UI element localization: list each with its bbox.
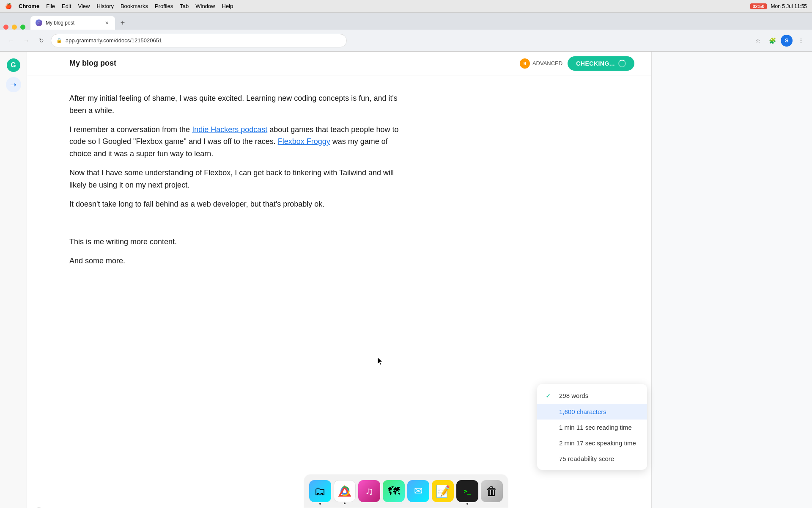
- dock-music-icon[interactable]: ♫: [358, 480, 380, 502]
- menu-history[interactable]: History: [96, 3, 113, 9]
- dock: 🗂 ♫ 🗺 ✉ 📝 >_ 🗑: [304, 474, 508, 508]
- bookmark-button[interactable]: ☆: [752, 35, 764, 47]
- tab-bar: G My blog post ✕ +: [0, 13, 812, 30]
- dock-chrome-icon[interactable]: [334, 480, 356, 502]
- paragraph-6: This is me writing more content.: [69, 236, 408, 248]
- right-panel: [651, 52, 812, 508]
- forward-button[interactable]: →: [20, 35, 32, 47]
- menu-view[interactable]: View: [78, 3, 90, 9]
- score-circle: 9: [520, 58, 530, 69]
- menu-bookmarks[interactable]: Bookmarks: [121, 3, 148, 9]
- menu-clock: Mon 5 Jul 11:55: [771, 3, 807, 9]
- tab-title: My blog post: [46, 20, 100, 26]
- menu-window[interactable]: Window: [195, 3, 215, 9]
- more-button[interactable]: ⋮: [795, 35, 807, 47]
- sidebar: G ➝: [0, 52, 27, 508]
- menu-bar-right: 02:50 Mon 5 Jul 11:55: [750, 3, 807, 9]
- stats-text-readability: 75 readability score: [559, 455, 639, 462]
- window-controls: [3, 25, 25, 30]
- battery-time: 02:50: [752, 4, 764, 9]
- indie-hackers-link[interactable]: Indie Hackers podcast: [192, 125, 267, 134]
- paragraph-4: It doesn't take long to fall behind as a…: [69, 198, 408, 210]
- profile-button[interactable]: S: [781, 35, 793, 47]
- paragraph-1: After my initial feeling of shame, I was…: [69, 92, 408, 117]
- reload-button[interactable]: ↻: [36, 35, 47, 47]
- grammarly-logo[interactable]: G: [7, 58, 20, 72]
- dock-iterm-dot: [466, 503, 468, 505]
- paragraph-5: [69, 217, 408, 229]
- menu-tab[interactable]: Tab: [180, 3, 189, 9]
- menu-file[interactable]: File: [46, 3, 55, 9]
- stats-text-characters: 1,600 characters: [559, 408, 639, 415]
- checking-label: CHECKING...: [576, 60, 615, 67]
- menu-edit[interactable]: Edit: [62, 3, 71, 9]
- window-close-button[interactable]: [3, 25, 8, 30]
- window-maximize-button[interactable]: [20, 25, 25, 30]
- doc-toolbar: My blog post 9 ADVANCED CHECKING...: [27, 52, 651, 75]
- document-title: My blog post: [69, 59, 116, 68]
- back-button[interactable]: ←: [5, 35, 17, 47]
- stats-item-speaking-time[interactable]: 2 min 17 sec speaking time: [537, 435, 647, 451]
- document-content: After my initial feeling of shame, I was…: [27, 75, 450, 291]
- content-area: G ➝ My blog post 9 ADVANCED CHECKING...: [0, 52, 812, 508]
- stats-text-words: 298 words: [559, 392, 639, 399]
- apple-menu[interactable]: 🍎: [5, 3, 12, 9]
- lock-icon: 🔒: [56, 38, 62, 43]
- stats-text-speaking: 2 min 17 sec speaking time: [559, 439, 639, 447]
- stats-check-words: ✓: [546, 392, 554, 400]
- battery-indicator: 02:50: [750, 3, 766, 9]
- dock-chrome-dot: [344, 502, 346, 504]
- paragraph-2: I remember a conversation from the Indie…: [69, 124, 408, 160]
- menu-chrome[interactable]: Chrome: [19, 3, 39, 9]
- dock-trash-icon[interactable]: 🗑: [481, 480, 503, 502]
- extensions-button[interactable]: 🧩: [766, 35, 778, 47]
- menu-bar: 🍎 Chrome File Edit View History Bookmark…: [0, 0, 812, 13]
- menu-help[interactable]: Help: [222, 3, 233, 9]
- url-text: app.grammarly.com/ddocs/1215020651: [66, 37, 162, 44]
- stats-dropdown: ✓ 298 words 1,600 characters 1 min 11 se…: [537, 384, 647, 470]
- paragraph-7: And some more.: [69, 255, 408, 267]
- dock-notes-icon[interactable]: 📝: [432, 480, 454, 502]
- flexbox-froggy-link[interactable]: Flexbox Froggy: [278, 137, 330, 146]
- tab-favicon: G: [36, 19, 42, 26]
- address-bar: ← → ↻ 🔒 app.grammarly.com/ddocs/12150206…: [0, 30, 812, 52]
- url-bar[interactable]: 🔒 app.grammarly.com/ddocs/1215020651: [51, 34, 347, 47]
- sidebar-toggle-button[interactable]: ➝: [6, 77, 21, 92]
- browser-frame: G My blog post ✕ + ← → ↻ 🔒 app.grammarly…: [0, 13, 812, 508]
- new-tab-button[interactable]: +: [117, 17, 129, 29]
- stats-item-reading-time[interactable]: 1 min 11 sec reading time: [537, 420, 647, 435]
- quote-icon: ❝: [639, 507, 645, 508]
- stats-item-characters[interactable]: 1,600 characters: [537, 404, 647, 420]
- checking-spinner: [618, 60, 626, 67]
- tab-close-button[interactable]: ✕: [103, 19, 110, 26]
- menu-bar-left: 🍎 Chrome File Edit View History Bookmark…: [5, 3, 233, 9]
- dock-finder-icon[interactable]: 🗂: [309, 480, 331, 502]
- dock-iterm-icon[interactable]: >_: [456, 480, 478, 502]
- window-minimize-button[interactable]: [12, 25, 17, 30]
- browser-tab[interactable]: G My blog post ✕: [30, 16, 115, 30]
- doc-toolbar-right: 9 ADVANCED CHECKING...: [520, 56, 634, 71]
- dock-maps-icon[interactable]: 🗺: [383, 480, 405, 502]
- checking-button[interactable]: CHECKING...: [568, 56, 634, 71]
- dock-finder-dot: [319, 503, 321, 505]
- paragraph-3: Now that I have some understanding of Fl…: [69, 167, 408, 191]
- score-badge[interactable]: 9 ADVANCED: [520, 58, 562, 69]
- score-label: ADVANCED: [532, 60, 562, 66]
- address-bar-actions: ☆ 🧩 S ⋮: [752, 35, 807, 47]
- dock-mail-icon[interactable]: ✉: [407, 480, 429, 502]
- stats-text-reading: 1 min 11 sec reading time: [559, 424, 639, 431]
- stats-item-readability[interactable]: 75 readability score: [537, 451, 647, 467]
- stats-item-words[interactable]: ✓ 298 words: [537, 387, 647, 404]
- menu-profiles[interactable]: Profiles: [155, 3, 173, 9]
